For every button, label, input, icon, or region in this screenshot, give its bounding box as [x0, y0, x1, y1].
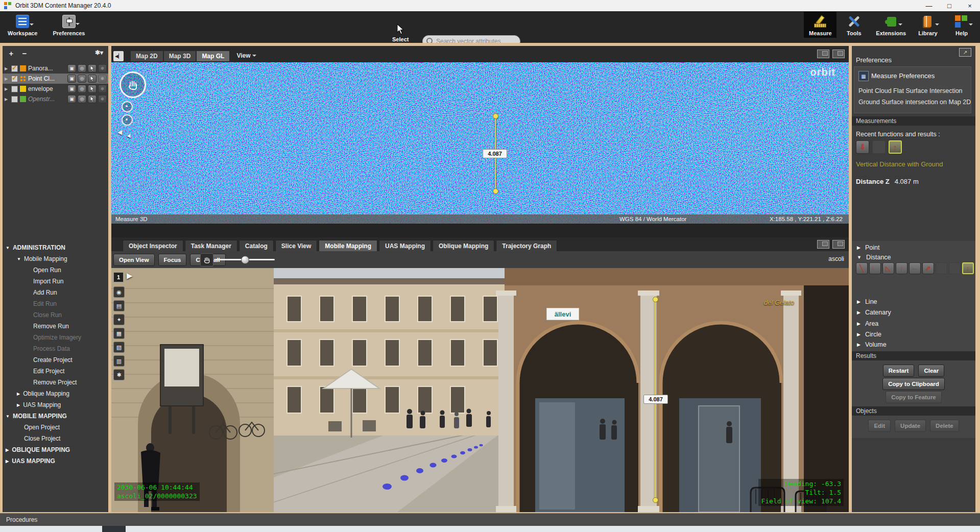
tab-mobile-mapping[interactable]: Mobile Mapping — [319, 240, 377, 251]
expand-arrow-icon[interactable]: ▶ — [857, 245, 861, 250]
nav-arrow-left-icon[interactable]: ◀ — [117, 129, 122, 136]
measurement-endpoint[interactable] — [653, 297, 658, 302]
tree-item-close-project[interactable]: Close Project — [3, 433, 108, 444]
distance-to-ground-icon[interactable]: ⇗ — [922, 262, 934, 274]
maximize-button[interactable]: □ — [939, 0, 960, 11]
tab-catalog[interactable]: Catalog — [239, 240, 274, 251]
procedures-bar[interactable]: Procedures — [0, 513, 980, 526]
remove-layer-button[interactable]: − — [20, 49, 29, 58]
tab-map-3d[interactable]: Map 3D — [164, 51, 196, 61]
tab-map-2d[interactable]: Map 2D — [131, 51, 163, 61]
nav-zoom-control[interactable] — [122, 114, 133, 126]
collapse-arrow-icon[interactable]: ▼ — [6, 246, 10, 250]
expand-arrow-icon[interactable]: ▶ — [5, 66, 9, 71]
layer-row-envelope[interactable]: ▶envelope▣◎✱ — [3, 84, 108, 94]
tab-trajectory-graph[interactable]: Trajectory Graph — [496, 240, 557, 251]
toolbar-button-tools[interactable]: Tools — [838, 12, 870, 38]
pop-out-icon[interactable]: ↗ — [959, 48, 971, 57]
minimize-button[interactable]: — — [919, 0, 939, 11]
expand-arrow-icon[interactable]: ▶ — [6, 448, 9, 452]
tree-item-open-run[interactable]: Open Run — [3, 264, 108, 276]
frame-number-badge[interactable]: 1 — [113, 272, 124, 282]
workspace-button[interactable]: Workspace — [3, 12, 42, 38]
cursor-icon[interactable] — [88, 75, 97, 83]
copy-to-clipboard-button[interactable]: Copy to Clipboard — [882, 378, 945, 390]
measurement-endpoint[interactable] — [653, 497, 658, 503]
pan-tool-button[interactable] — [200, 253, 213, 267]
layer-visibility-checkbox[interactable] — [11, 65, 18, 72]
distance-xy-icon[interactable]: ↔ — [909, 262, 921, 274]
pan-hand-control[interactable] — [119, 71, 146, 98]
section-circle[interactable]: ▶Circle — [857, 331, 881, 338]
expand-arrow-icon[interactable]: ▶ — [857, 299, 861, 304]
center-layer-icon[interactable]: ◎ — [78, 95, 86, 103]
open-view-button[interactable]: Open View — [113, 254, 155, 266]
section-point[interactable]: ▶Point — [857, 244, 879, 251]
select-tool-button[interactable]: Select — [392, 23, 409, 42]
tree-item-remove-run[interactable]: Remove Run — [3, 321, 108, 332]
distance-slope-icon[interactable]: ◺ — [882, 262, 894, 274]
tab-task-manager[interactable]: Task Manager — [185, 240, 237, 251]
tree-item-import-run[interactable]: Import Run — [3, 276, 108, 287]
distance-z-icon[interactable]: ↕ — [896, 262, 907, 274]
layer-settings-gear-icon[interactable]: ✱▾ — [94, 49, 104, 56]
tree-item-create-project[interactable]: Create Project — [3, 354, 108, 366]
grid-icon[interactable]: ▦ — [113, 328, 125, 339]
add-layer-button[interactable]: + — [7, 49, 16, 58]
preferences-button[interactable]: Preferences — [49, 12, 90, 38]
expand-arrow-icon[interactable]: ▶ — [857, 321, 861, 326]
tree-item-administration[interactable]: ▼ADMINISTRATION — [3, 242, 108, 253]
layer-visibility-checkbox[interactable] — [11, 96, 18, 103]
restart-button[interactable]: Restart — [883, 365, 915, 377]
layer-visibility-checkbox[interactable] — [11, 86, 18, 92]
center-layer-icon[interactable]: ◎ — [78, 85, 86, 93]
expand-arrow-icon[interactable]: ▶ — [5, 77, 9, 81]
collapse-panel-icon[interactable]: ◀▏ — [113, 51, 124, 61]
section-volume[interactable]: ▶Volume — [857, 341, 887, 348]
tree-item-open-project[interactable]: Open Project — [3, 422, 108, 433]
expand-arrow-icon[interactable]: ▶ — [5, 87, 9, 91]
tree-item-oblique-mapping[interactable]: ▶OBLIQUE MAPPING — [3, 444, 108, 455]
clear-button[interactable]: Clear — [918, 365, 944, 377]
expand-arrow-icon[interactable]: ▶ — [857, 342, 861, 347]
histogram-icon[interactable]: ▥ — [113, 355, 125, 367]
section-catenary[interactable]: ▶Catenary — [857, 309, 891, 316]
layer-row-point-cl-[interactable]: ▶Point Cl...▣◎✱ — [3, 74, 108, 84]
vertical-distance-with-ground-icon[interactable]: ↕ — [962, 262, 974, 274]
zoom-to-layer-icon[interactable]: ▣ — [67, 75, 76, 83]
collapse-arrow-icon[interactable]: ▼ — [857, 255, 862, 260]
collapse-arrow-icon[interactable]: ▼ — [17, 257, 21, 261]
nav-arrow-left-icon[interactable]: ◀ — [127, 133, 131, 138]
distance-with-ground-icon[interactable]: ⇓ — [856, 140, 869, 154]
distance-xy-z-icon[interactable]: ∟ — [869, 262, 881, 274]
tree-item-add-run[interactable]: Add Run — [3, 287, 108, 298]
toolbar-button-library[interactable]: Library — [912, 12, 944, 38]
nav-rotate-control[interactable] — [122, 101, 133, 112]
taskbar-app-chip[interactable] — [102, 526, 126, 532]
tab-oblique-mapping[interactable]: Oblique Mapping — [433, 240, 494, 251]
center-layer-icon[interactable]: ◎ — [78, 64, 86, 72]
layer-row-panora-[interactable]: ▶Panora...▣◎✱ — [3, 63, 108, 74]
distance-3d-icon[interactable]: ╲ — [856, 262, 868, 274]
slider-handle[interactable] — [241, 256, 249, 264]
point-cloud-viewport[interactable]: ◀ ◀ orbit 4.087 Measure 3D WGS 84 / Worl… — [111, 62, 849, 224]
camera-icon[interactable]: ▤ — [113, 300, 125, 311]
vertical-distance-with-ground-icon[interactable]: ↕ — [889, 140, 902, 154]
section-area[interactable]: ▶Area — [857, 320, 878, 327]
collapse-arrow-icon[interactable]: ▼ — [6, 414, 10, 419]
tree-item-mobile-mapping[interactable]: ▼Mobile Mapping — [3, 253, 108, 264]
cursor-icon[interactable] — [88, 85, 97, 93]
street-view-viewport[interactable]: 1 ▶ ◉▤✦▦▧▥✱ ällevi del Gelato 4.087 2030… — [111, 268, 849, 512]
zoom-slider[interactable] — [216, 259, 275, 260]
section-line[interactable]: ▶Line — [857, 298, 877, 305]
measurement-endpoint[interactable] — [493, 113, 498, 119]
zoom-to-layer-icon[interactable]: ▣ — [67, 95, 76, 103]
bookmark-icon[interactable]: ✦ — [113, 314, 125, 325]
zoom-to-layer-icon[interactable]: ▣ — [67, 85, 76, 93]
tree-item-oblique-mapping[interactable]: ▶Oblique Mapping — [3, 388, 108, 399]
settings-icon[interactable]: ✱ — [113, 369, 125, 380]
tab-object-inspector[interactable]: Object Inspector — [123, 240, 183, 251]
tree-item-edit-project[interactable]: Edit Project — [3, 366, 108, 377]
maximize-view-icon[interactable] — [832, 50, 845, 58]
tree-item-uas-mapping[interactable]: ▶UAS MAPPING — [3, 455, 108, 467]
